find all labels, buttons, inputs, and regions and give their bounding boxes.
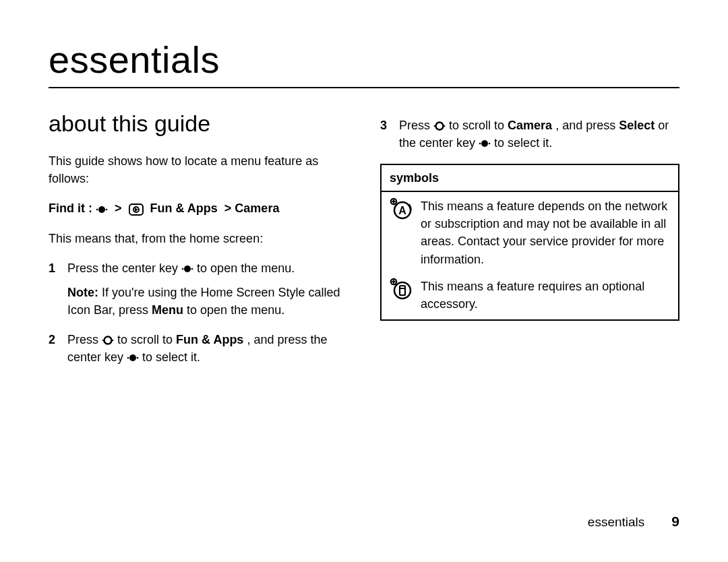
center-key-icon — [127, 352, 139, 364]
steps-list: 1 Press the center key to open the menu.… — [49, 259, 348, 366]
step-number: 1 — [49, 259, 58, 319]
svg-point-1 — [96, 208, 98, 210]
svg-rect-27 — [400, 286, 405, 295]
svg-text:A: A — [398, 205, 406, 216]
steps-list-right: 3 Press to scroll to Camera , and press … — [380, 117, 679, 152]
step-text-a: Press — [399, 119, 433, 132]
symbol-row-accessory: This means a feature requires an optiona… — [382, 275, 678, 319]
step-text-d: to select it. — [142, 350, 200, 364]
step-number: 2 — [49, 331, 58, 366]
page: essentials about this guide This guide s… — [0, 0, 728, 562]
svg-point-14 — [137, 357, 139, 359]
step-target: Camera — [508, 119, 552, 132]
title-rule — [49, 87, 679, 88]
symbol-description: This means a feature requires an optiona… — [421, 278, 670, 313]
left-column: about this guide This guide shows how to… — [49, 107, 348, 378]
svg-point-9 — [104, 337, 112, 344]
network-dependent-icon: A — [390, 197, 413, 220]
page-footer: essentials 9 — [588, 513, 679, 530]
step-3: 3 Press to scroll to Camera , and press … — [380, 117, 679, 152]
nav-ring-icon — [102, 334, 114, 346]
note-label: Note: — [67, 286, 98, 299]
svg-point-12 — [129, 354, 136, 361]
svg-point-7 — [182, 268, 184, 270]
svg-point-11 — [112, 340, 114, 342]
step-text-a: Press — [67, 333, 102, 346]
accessory-required-icon — [390, 278, 413, 301]
step-text-b: to scroll to — [449, 119, 508, 132]
svg-point-0 — [98, 206, 105, 213]
symbol-row-network: A This means a feature depends on the ne… — [382, 192, 678, 274]
step-text-a: Press the center key — [67, 261, 181, 275]
right-column: 3 Press to scroll to Camera , and press … — [380, 107, 679, 378]
svg-point-26 — [394, 282, 411, 299]
svg-point-17 — [444, 125, 446, 127]
symbols-table: symbols A This means a feature depends o… — [380, 164, 679, 321]
svg-point-10 — [102, 340, 104, 342]
step-body: Press the center key to open the menu. N… — [67, 259, 348, 319]
step-text-e: to select it. — [494, 136, 552, 150]
center-key-icon — [479, 137, 491, 150]
find-it-prefix: Find it : — [49, 201, 96, 215]
step-text-b: to open the menu. — [197, 261, 295, 275]
find-it-line: Find it : > Fun & Apps > Camera — [49, 199, 348, 217]
symbols-heading: symbols — [382, 165, 678, 192]
select-label: Select — [619, 119, 655, 132]
step-text-b: to scroll to — [117, 333, 176, 346]
path-fun-apps: Fun & Apps — [150, 201, 218, 215]
svg-point-20 — [489, 143, 491, 145]
svg-point-18 — [481, 140, 488, 147]
step-2: 2 Press to scroll to Fun & Apps , and pr… — [49, 331, 348, 366]
page-number: 9 — [671, 513, 679, 530]
svg-point-6 — [184, 266, 191, 272]
step-number: 3 — [380, 117, 390, 152]
intro-text: This guide shows how to locate a menu fe… — [49, 152, 348, 187]
step-1: 1 Press the center key to open the menu.… — [49, 259, 348, 319]
svg-point-19 — [479, 143, 481, 145]
svg-point-15 — [436, 123, 444, 130]
footer-section-label: essentials — [588, 515, 645, 530]
step-target: Fun & Apps — [176, 333, 243, 346]
after-find-text: This means that, from the home screen: — [49, 230, 348, 247]
page-title: essentials — [49, 38, 679, 82]
svg-point-16 — [434, 125, 436, 127]
step-text-c: , and press — [555, 119, 619, 132]
apps-menu-icon — [129, 204, 144, 216]
section-heading: about this guide — [49, 107, 348, 140]
svg-point-2 — [106, 208, 108, 210]
columns: about this guide This guide shows how to… — [49, 107, 679, 378]
note-text-c: to open the menu. — [187, 303, 284, 317]
center-key-icon — [181, 263, 193, 275]
center-key-icon — [96, 204, 108, 216]
symbol-description: This means a feature depends on the netw… — [421, 197, 670, 268]
nav-ring-icon — [433, 120, 446, 132]
svg-point-13 — [127, 357, 129, 359]
step-body: Press to scroll to Camera , and press Se… — [399, 117, 679, 152]
step-body: Press to scroll to Fun & Apps , and pres… — [67, 331, 348, 366]
note-menu-key: Menu — [152, 303, 183, 317]
svg-point-8 — [191, 268, 193, 270]
path-camera: Camera — [235, 201, 279, 215]
